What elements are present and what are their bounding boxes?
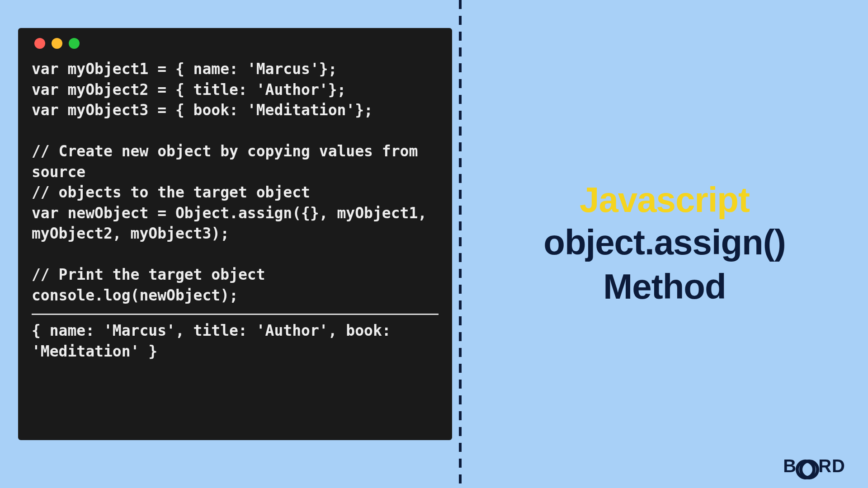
title-line-2: object.assign()	[543, 221, 785, 265]
code-output: { name: 'Marcus', title: 'Author', book:…	[32, 320, 439, 361]
minimize-icon	[52, 38, 62, 49]
code-content: var myObject1 = { name: 'Marcus'}; var m…	[32, 59, 439, 305]
brand-suffix: RD	[818, 456, 845, 476]
brand-prefix: B	[783, 456, 797, 476]
vertical-dashed-divider	[459, 0, 462, 488]
maximize-icon	[69, 38, 80, 49]
window-controls	[32, 38, 439, 49]
code-window: var myObject1 = { name: 'Marcus'}; var m…	[18, 28, 452, 440]
close-icon	[34, 38, 45, 49]
title-panel: Javascript object.assign() Method	[466, 0, 863, 488]
title-line-3: Method	[603, 265, 726, 309]
infinity-icon	[796, 460, 819, 473]
title-line-1: Javascript	[580, 179, 750, 221]
brand-logo: B RD	[783, 456, 845, 476]
output-divider	[32, 314, 439, 315]
